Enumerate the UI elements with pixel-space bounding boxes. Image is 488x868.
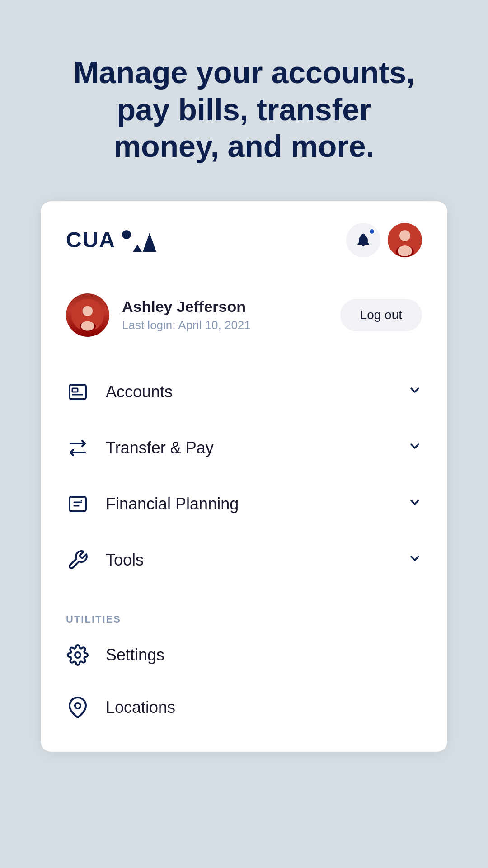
nav-item-accounts-left: Accounts — [66, 380, 173, 404]
accounts-chevron-icon — [408, 383, 422, 401]
nav-menu: Accounts Transfer & Pay — [41, 355, 447, 597]
logo-icon — [120, 228, 156, 252]
financial-planning-chevron-icon — [408, 495, 422, 513]
nav-item-tools-left: Tools — [66, 548, 144, 572]
accounts-icon — [66, 380, 89, 404]
user-info: Ashley Jefferson Last login: April 10, 2… — [66, 293, 251, 337]
user-last-login: Last login: April 10, 2021 — [122, 318, 251, 332]
user-avatar — [66, 293, 109, 337]
transfer-pay-label: Transfer & Pay — [106, 439, 214, 458]
financial-planning-label: Financial Planning — [106, 495, 239, 514]
accounts-label: Accounts — [106, 382, 173, 401]
nav-item-settings[interactable]: Settings — [66, 629, 422, 681]
locations-label: Locations — [106, 698, 175, 717]
notifications-button[interactable] — [346, 223, 380, 257]
nav-item-tools[interactable]: Tools — [41, 532, 447, 588]
settings-icon — [66, 643, 89, 667]
hero-heading: Manage your accounts, pay bills, transfe… — [68, 54, 420, 165]
header-avatar[interactable] — [388, 223, 422, 257]
hero-section: Manage your accounts, pay bills, transfe… — [41, 54, 447, 201]
utilities-label: UTILITIES — [66, 608, 422, 629]
settings-label: Settings — [106, 646, 164, 665]
nav-item-transfer-pay-left: Transfer & Pay — [66, 436, 214, 460]
app-card: CUA — [41, 201, 447, 752]
tools-label: Tools — [106, 551, 144, 570]
svg-point-0 — [122, 230, 131, 239]
svg-point-15 — [75, 652, 80, 658]
nav-item-locations[interactable]: Locations — [66, 681, 422, 734]
user-name: Ashley Jefferson — [122, 298, 251, 316]
tools-icon — [66, 548, 89, 572]
nav-item-transfer-pay[interactable]: Transfer & Pay — [41, 420, 447, 476]
tools-chevron-icon — [408, 551, 422, 569]
svg-point-16 — [75, 703, 80, 708]
notification-dot — [369, 228, 375, 235]
transfer-pay-chevron-icon — [408, 439, 422, 457]
logo-text: CUA — [66, 227, 116, 252]
svg-point-4 — [399, 230, 410, 241]
user-avatar-image — [71, 299, 104, 331]
svg-marker-1 — [133, 245, 142, 252]
financial-planning-icon — [66, 492, 89, 516]
transfer-pay-icon — [66, 436, 89, 460]
nav-item-financial-planning[interactable]: Financial Planning — [41, 476, 447, 532]
bell-icon — [356, 232, 371, 248]
header-icons — [346, 223, 422, 257]
locations-icon — [66, 696, 89, 719]
svg-rect-14 — [70, 497, 86, 511]
svg-point-10 — [81, 321, 94, 330]
svg-marker-2 — [143, 233, 156, 252]
nav-item-accounts[interactable]: Accounts — [41, 364, 447, 420]
card-header: CUA — [41, 201, 447, 275]
logo-container: CUA — [66, 227, 156, 252]
user-section: Ashley Jefferson Last login: April 10, 2… — [41, 275, 447, 355]
utilities-section: UTILITIES Settings Locations — [41, 597, 447, 734]
nav-item-financial-planning-left: Financial Planning — [66, 492, 239, 516]
user-details: Ashley Jefferson Last login: April 10, 2… — [122, 298, 251, 332]
svg-point-6 — [398, 245, 412, 256]
cua-logo-shapes — [120, 228, 156, 252]
logout-button[interactable]: Log out — [340, 299, 422, 331]
svg-point-8 — [83, 306, 93, 316]
header-avatar-image — [388, 223, 422, 257]
svg-rect-12 — [72, 388, 78, 392]
